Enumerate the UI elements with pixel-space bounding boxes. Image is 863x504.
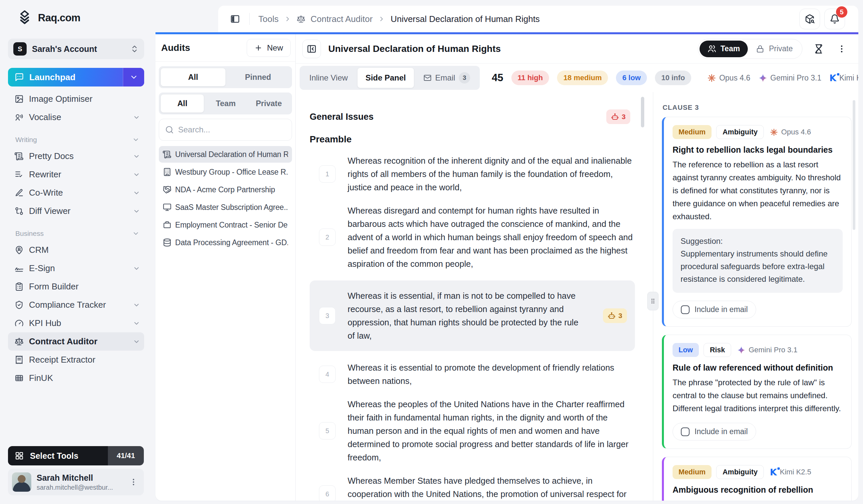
include-in-email-toggle[interactable]: Include in email bbox=[673, 301, 756, 318]
badge-count: 3 bbox=[622, 113, 626, 121]
audit-item-label: Universal Declaration of Human R... bbox=[175, 150, 288, 159]
breadcrumb-contract-auditor[interactable]: Contract Auditor bbox=[311, 14, 373, 24]
paragraph-issues-badge[interactable]: 3 bbox=[603, 308, 627, 323]
tab-scope-all[interactable]: All bbox=[161, 94, 204, 113]
gauge-icon bbox=[15, 319, 24, 328]
visibility-team[interactable]: Team bbox=[700, 41, 748, 57]
paragraph-row: 5 Whereas the peoples of the United Nati… bbox=[310, 398, 638, 464]
chevron-down-icon bbox=[133, 153, 140, 160]
visibility-private[interactable]: Private bbox=[748, 41, 801, 57]
issue-body: The phrase "protected by the rule of law… bbox=[673, 376, 843, 415]
table-icon bbox=[15, 374, 24, 383]
user-email: sarah.mitchell@westbur... bbox=[37, 484, 121, 491]
general-issues-heading: General Issues bbox=[310, 112, 374, 122]
sidebar-item-receipt-extractor[interactable]: Receipt Extractor bbox=[8, 351, 144, 369]
list-item[interactable]: NDA - Acme Corp Partnership bbox=[159, 181, 292, 198]
package-search-icon bbox=[805, 14, 815, 24]
visibility-team-label: Team bbox=[721, 44, 740, 53]
issue-card[interactable]: Medium Ambiguity Opus 4.6 Right to rebel… bbox=[662, 117, 852, 327]
stat-low[interactable]: 6 low bbox=[616, 70, 647, 85]
include-label: Include in email bbox=[695, 427, 748, 436]
stat-medium[interactable]: 18 medium bbox=[557, 70, 608, 85]
paragraph-text: Whereas it is essential to promote the d… bbox=[348, 361, 634, 388]
bot-icon bbox=[608, 312, 616, 320]
sidebar-item-finuk[interactable]: FinUK bbox=[8, 369, 144, 387]
issue-card[interactable]: Medium Ambiguity K Kimi K2.5 Ambiguous r… bbox=[662, 457, 852, 501]
select-tools-button[interactable]: Select Tools 41/41 bbox=[8, 446, 144, 465]
sidebar-item-diff-viewer[interactable]: Diff Viewer bbox=[8, 202, 144, 220]
stat-high[interactable]: 11 high bbox=[511, 70, 549, 85]
new-audit-button[interactable]: New bbox=[247, 39, 291, 57]
sidebar-item-label: Co-Write bbox=[29, 188, 127, 198]
document-menu-button[interactable] bbox=[835, 42, 848, 55]
list-item[interactable]: Westbury Group - Office Lease R... bbox=[159, 164, 292, 180]
user-menu-button[interactable] bbox=[126, 475, 140, 489]
tab-inline-view[interactable]: Inline View bbox=[301, 67, 356, 88]
sidebar-item-label: CRM bbox=[29, 245, 140, 255]
sidebar-item-contract-auditor[interactable]: Contract Auditor bbox=[8, 332, 144, 351]
issue-card[interactable]: Low Risk Gemini Pro 3.1 Rule of law refe… bbox=[662, 335, 852, 449]
category-badge: Ambiguity bbox=[716, 465, 764, 479]
user-card[interactable]: Sarah Mitchell sarah.mitchell@westbur... bbox=[8, 469, 144, 495]
sidebar-item-form-builder[interactable]: Form Builder bbox=[8, 277, 144, 296]
document-view[interactable]: General Issues 3 Preamble 1 Whereas reco… bbox=[296, 92, 653, 501]
breadcrumb-bar: Tools Contract Auditor Universal Declara… bbox=[218, 6, 858, 32]
document-scrollbar[interactable] bbox=[641, 97, 644, 127]
suggestion-label: Suggestion: bbox=[680, 235, 835, 247]
list-item[interactable]: Data Processing Agreement - GD... bbox=[159, 234, 292, 251]
timer-off-button[interactable] bbox=[812, 42, 826, 56]
bot-icon bbox=[611, 113, 619, 121]
tab-pinned[interactable]: Pinned bbox=[226, 68, 290, 87]
sidebar-item-kpi-hub[interactable]: KPI Hub bbox=[8, 314, 144, 332]
checkbox[interactable] bbox=[681, 306, 689, 314]
scale-icon bbox=[15, 337, 24, 346]
tab-scope-private[interactable]: Private bbox=[247, 94, 290, 113]
filter-tabs: All Pinned bbox=[159, 66, 292, 88]
sidebar-item-co-write[interactable]: Co-Write bbox=[8, 184, 144, 202]
tab-label: Side Panel bbox=[366, 73, 406, 82]
model-label: Opus 4.6 bbox=[719, 74, 750, 82]
plus-icon bbox=[254, 44, 262, 52]
nav-section-writing[interactable]: Writing bbox=[8, 132, 144, 147]
issues-scrollbar[interactable] bbox=[853, 100, 855, 230]
tab-all[interactable]: All bbox=[161, 68, 226, 87]
tab-label: Inline View bbox=[309, 73, 348, 82]
list-item[interactable]: Employment Contract - Senior De... bbox=[159, 217, 292, 233]
panel-collapse-button[interactable] bbox=[302, 40, 321, 58]
sidebar-item-launchpad[interactable]: Launchpad bbox=[8, 68, 144, 87]
list-item[interactable]: SaaS Master Subscription Agree... bbox=[159, 199, 292, 216]
notifications-button[interactable]: 5 bbox=[824, 9, 845, 29]
breadcrumb-tools[interactable]: Tools bbox=[258, 14, 279, 24]
visibility-toggle: Team Private bbox=[698, 39, 802, 59]
issues-panel[interactable]: CLAUSE 3 Medium Ambiguity Opus 4.6 Right… bbox=[653, 92, 858, 501]
paragraph-row-highlighted[interactable]: 3 Whereas it is essential, if man is not… bbox=[310, 281, 635, 351]
tab-scope-team[interactable]: Team bbox=[204, 94, 247, 113]
sidebar-item-pretty-docs[interactable]: Pretty Docs bbox=[8, 147, 144, 165]
sidebar-item-label: Compliance Tracker bbox=[29, 300, 127, 310]
kimi-icon: K bbox=[829, 74, 836, 82]
search-input[interactable] bbox=[178, 125, 286, 134]
tab-side-panel[interactable]: Side Panel bbox=[357, 67, 414, 88]
sidebar-item-vocalise[interactable]: Vocalise bbox=[8, 108, 144, 126]
sidebar-item-e-sign[interactable]: E-Sign bbox=[8, 259, 144, 277]
paragraph-number: 5 bbox=[319, 422, 336, 439]
nav-section-business[interactable]: Business bbox=[8, 226, 144, 241]
checkbox[interactable] bbox=[681, 427, 689, 436]
sidebar-item-crm[interactable]: CRM bbox=[8, 241, 144, 259]
sidebar-toggle-button[interactable] bbox=[228, 12, 242, 26]
content-column: Universal Declaration of Human Rights Te… bbox=[296, 34, 858, 501]
audits-body: All Pinned All Team Private Universal De… bbox=[155, 62, 295, 251]
tab-email[interactable]: Email 3 bbox=[415, 67, 478, 88]
account-switcher[interactable]: S Sarah's Account bbox=[8, 39, 144, 59]
stat-info[interactable]: 10 info bbox=[655, 70, 691, 85]
launchpad-expand-button[interactable] bbox=[123, 68, 144, 87]
sidebar-item-compliance-tracker[interactable]: Compliance Tracker bbox=[8, 296, 144, 314]
timer-off-icon bbox=[814, 44, 824, 54]
package-search-button[interactable] bbox=[799, 9, 820, 29]
general-issues-badge[interactable]: 3 bbox=[606, 109, 630, 124]
include-in-email-toggle[interactable]: Include in email bbox=[673, 423, 756, 440]
list-item[interactable]: Universal Declaration of Human R... bbox=[159, 146, 292, 163]
severity-badge: Medium bbox=[673, 465, 712, 479]
sidebar-item-image-optimiser[interactable]: Image Optimiser bbox=[8, 90, 144, 108]
sidebar-item-rewriter[interactable]: Rewriter bbox=[8, 165, 144, 184]
